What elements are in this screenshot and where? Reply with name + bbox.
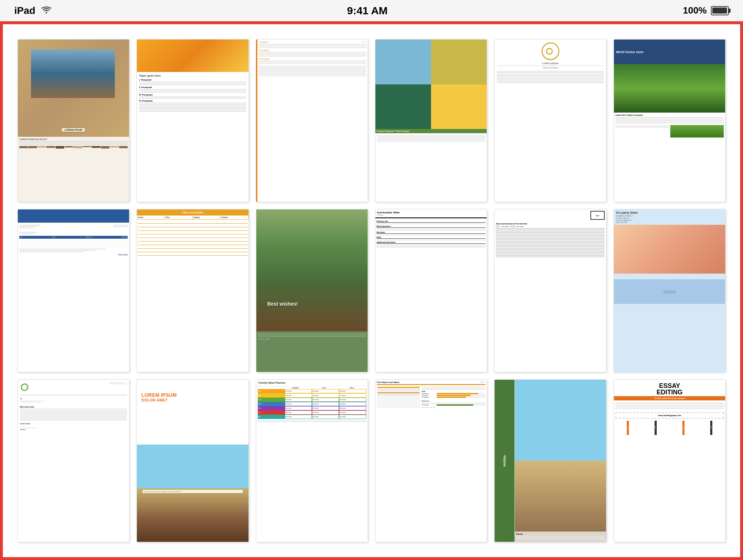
essay-url: www.landingpage.com [616,413,723,418]
col-time: Time [165,216,193,219]
template-resume[interactable]: First Name Last Name Page #1 [375,379,487,542]
schedule-columns: Period Time Subject Teacher [137,216,248,219]
essay-title: ESSAYEDITING [614,380,725,396]
letter-subtitle: Name Surname [497,66,604,69]
cork-photo [31,50,114,98]
party-blue-section: am Thursday LaneRantakler, D 31421 [614,279,725,304]
questionnaire-logo-area: logo [495,209,606,221]
lorem-orange-title: LOREM IPSUM DOLOR AMET [142,393,177,402]
cork-tag: LOREM IPSUM [61,128,85,132]
meal-planner-title: Family Meal Planner [256,380,368,386]
party-text [614,274,725,280]
c-letter-content: To: Dear Last Lorem, Lorem Ipsum Signatu… [18,380,129,432]
morbi-header: Morbi luctus nunc [614,40,725,64]
resume-content: First Name Last Name Page #1 [375,380,487,410]
questionnaire-form: Short questionnaire for the interview Lo… [495,221,606,259]
template-topic-document[interactable]: Topic goes here I. Paragraph II. Paragra… [137,39,248,202]
template-essay-editing[interactable]: ESSAYEDITING Ut wisi enim ad minim venia… [614,379,726,542]
party-image [614,225,725,274]
energy-photo-4 [431,84,487,129]
questionnaire-logo: logo [590,211,605,220]
battery-icon [711,6,729,15]
template-c-letter[interactable]: To: Dear Last Lorem, Lorem Ipsum Signatu… [17,379,129,542]
template-morbi-luctus[interactable]: Morbi luctus nunc Labore Nisi et Alique … [614,39,726,202]
document-lines: Topic goes here I. Paragraph II. Paragra… [137,72,248,115]
template-class-schedule[interactable]: Class Schedule Period Time Subject Teach… [137,209,248,372]
template-questionnaire[interactable]: logo Short questionnaire for the intervi… [494,209,606,372]
energy-photo-2 [431,40,487,84]
essay-sidebar-strips: Lorem Ipsum Lorem Ipsum [614,420,725,436]
essay-body-text [614,400,725,411]
garden-bottom-text: Anchorage, A 99901 [256,331,368,341]
schedule-body [137,219,248,260]
template-clean-energy[interactable]: Project Proposal "Clean Energy" [375,39,487,202]
morbi-green-image [614,64,725,113]
energy-photo-1 [375,40,431,84]
template-orange-text[interactable]: I. Paragraph Info ref II. Paragraph III.… [256,39,368,202]
template-family-meal-planner[interactable]: Family Meal Planner Breakfast Lunch Dinn… [256,379,368,542]
orange-wave-header [137,40,248,72]
template-lorem-letter[interactable]: Lorem ipsum Name Surname [494,39,606,202]
energy-photo-3 [375,84,431,129]
invoice-blue-top [18,209,129,222]
garden-image: Best wishes! [256,209,368,331]
orange-doc-content: I. Paragraph Info ref II. Paragraph III.… [257,40,368,78]
cork-background: LOREM IPSUM [18,40,129,137]
essay-subtitle: Ut wisi enim ad minim veniam [614,396,725,400]
template-holiday[interactable]: Holiday Parum [494,379,606,542]
doc-title: Topic goes here [139,74,246,77]
invoice-content: QtyItemUnit PriceAmount Total: $0.00 [18,223,129,257]
col-subject: Subject [193,216,220,219]
essay-url-box: www.landingpage.com [615,412,724,419]
energy-photos [375,40,487,129]
template-party-time[interactable]: it's party time! WOMEN'S BOXNG 2Sunday, … [614,209,726,372]
cv-name: Curriculum Vitae [377,211,485,214]
holiday-sidebar: Holiday [495,380,514,542]
meal-planner-table: Breakfast Lunch Dinner Sun Lorem ipsum L… [256,386,368,424]
status-left: iPad [14,5,52,16]
template-cork-board[interactable]: LOREM IPSUM LOREM IPSUM DOLOR EST [17,39,129,202]
cv-sections: Previous Job: Work experience Education … [375,218,487,249]
template-grid: LOREM IPSUM LOREM IPSUM DOLOR EST [10,32,733,549]
status-time: 9:41 AM [347,5,388,17]
letter-logo [542,42,559,60]
best-wishes-text: Best wishes! [267,301,298,307]
col-period: Period [137,216,165,219]
party-title-area: it's party time! WOMEN'S BOXNG 2Sunday, … [614,209,725,225]
template-best-wishes[interactable]: Best wishes! Anchorage, A 99901 [256,209,368,372]
template-cv[interactable]: Curriculum Vitae Full Name Previous Job:… [375,209,487,372]
battery-percent: 100% [683,5,707,16]
energy-title-bar: Project Proposal "Clean Energy" [375,129,487,133]
wifi-icon [41,5,52,16]
status-right: 100% [683,5,729,16]
lorem-footer: Lorem ipsum dolor sit amet. Whate: Lorem… [143,490,243,493]
holiday-main-image: Parum [515,380,606,542]
letter-lines [495,69,606,85]
device-label: iPad [14,5,35,16]
col-teacher: Teacher [220,216,248,219]
holiday-bottom-text: Parum [515,532,606,542]
letter-title: Lorem ipsum [495,62,606,65]
morbi-text-content: Labore Nisi et Alique Consequat [614,113,725,139]
status-bar: iPad 9:41 AM 100% [0,0,743,21]
schedule-title: Class Schedule [137,209,248,216]
energy-doc-lines [375,133,487,144]
cv-header: Curriculum Vitae Full Name [375,209,487,218]
cork-bottom: LOREM IPSUM DOLOR EST [18,137,129,202]
template-invoice[interactable]: QtyItemUnit PriceAmount Total: $0.00 [17,209,129,372]
main-content: LOREM IPSUM LOREM IPSUM DOLOR EST [0,21,743,560]
template-lorem-dolor[interactable]: LOREM IPSUM DOLOR AMET Lorem ipsum dolor… [137,379,248,542]
